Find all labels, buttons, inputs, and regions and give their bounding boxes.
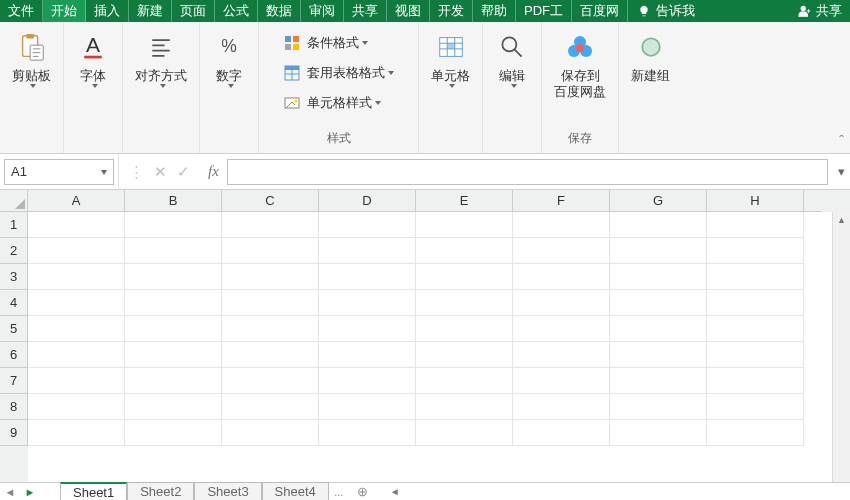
- cell[interactable]: [707, 212, 804, 238]
- row-header[interactable]: 8: [0, 394, 28, 420]
- cell[interactable]: [319, 264, 416, 290]
- align-button[interactable]: 对齐方式: [129, 26, 193, 92]
- tell-me[interactable]: 告诉我: [628, 0, 705, 22]
- cell[interactable]: [707, 316, 804, 342]
- cell[interactable]: [125, 420, 222, 446]
- cell[interactable]: [416, 238, 513, 264]
- cell[interactable]: [28, 316, 125, 342]
- font-button[interactable]: A 字体: [70, 26, 116, 92]
- cell[interactable]: [222, 342, 319, 368]
- expand-formula-button[interactable]: ▾: [832, 164, 850, 179]
- cell[interactable]: [707, 264, 804, 290]
- cell[interactable]: [707, 420, 804, 446]
- column-header[interactable]: D: [319, 190, 416, 212]
- cell[interactable]: [28, 394, 125, 420]
- cell[interactable]: [416, 212, 513, 238]
- cell[interactable]: [513, 342, 610, 368]
- row-header[interactable]: 1: [0, 212, 28, 238]
- cells-button[interactable]: 单元格: [425, 26, 476, 92]
- row-header[interactable]: 2: [0, 238, 28, 264]
- sheet-tab-2[interactable]: Sheet2: [127, 482, 194, 500]
- cell[interactable]: [513, 290, 610, 316]
- cell[interactable]: [125, 238, 222, 264]
- cell[interactable]: [222, 290, 319, 316]
- baidu-save-button[interactable]: 保存到 百度网盘: [548, 26, 612, 104]
- sheet-more[interactable]: ...: [329, 486, 349, 498]
- cell[interactable]: [610, 368, 707, 394]
- name-box[interactable]: A1: [4, 159, 114, 185]
- cell[interactable]: [222, 368, 319, 394]
- vertical-scrollbar[interactable]: ▲: [832, 212, 850, 482]
- cell[interactable]: [319, 368, 416, 394]
- cell[interactable]: [416, 368, 513, 394]
- conditional-format-button[interactable]: 条件格式: [279, 32, 372, 54]
- cell[interactable]: [222, 238, 319, 264]
- formula-input[interactable]: [227, 159, 828, 185]
- row-header[interactable]: 5: [0, 316, 28, 342]
- cell[interactable]: [28, 212, 125, 238]
- tab-file[interactable]: 文件: [0, 0, 43, 22]
- share-button[interactable]: 共享: [790, 0, 850, 22]
- cell[interactable]: [707, 290, 804, 316]
- cell[interactable]: [610, 316, 707, 342]
- cell[interactable]: [319, 316, 416, 342]
- tab-review[interactable]: 审阅: [301, 0, 344, 22]
- sheet-tab-4[interactable]: Sheet4: [262, 482, 329, 500]
- table-format-button[interactable]: 套用表格格式: [279, 62, 398, 84]
- cell[interactable]: [416, 290, 513, 316]
- cell[interactable]: [707, 238, 804, 264]
- cell[interactable]: [707, 342, 804, 368]
- cell[interactable]: [610, 212, 707, 238]
- cell[interactable]: [513, 368, 610, 394]
- cell[interactable]: [513, 316, 610, 342]
- cell[interactable]: [610, 264, 707, 290]
- tab-insert[interactable]: 插入: [86, 0, 129, 22]
- cell[interactable]: [513, 264, 610, 290]
- tab-help[interactable]: 帮助: [473, 0, 516, 22]
- cell[interactable]: [28, 368, 125, 394]
- column-header[interactable]: A: [28, 190, 125, 212]
- cell[interactable]: [125, 264, 222, 290]
- add-sheet-button[interactable]: ⊕: [349, 484, 376, 499]
- cell[interactable]: [319, 420, 416, 446]
- tab-new[interactable]: 新建: [129, 0, 172, 22]
- cell[interactable]: [319, 394, 416, 420]
- cell[interactable]: [513, 394, 610, 420]
- tab-view[interactable]: 视图: [387, 0, 430, 22]
- cell[interactable]: [707, 368, 804, 394]
- cell[interactable]: [28, 420, 125, 446]
- cells-area[interactable]: [28, 212, 832, 482]
- sheet-tab-1[interactable]: Sheet1: [60, 482, 127, 501]
- cell[interactable]: [416, 420, 513, 446]
- cell[interactable]: [513, 420, 610, 446]
- tab-data[interactable]: 数据: [258, 0, 301, 22]
- cell[interactable]: [416, 394, 513, 420]
- cell[interactable]: [416, 342, 513, 368]
- edit-button[interactable]: 编辑: [489, 26, 535, 92]
- cell[interactable]: [28, 238, 125, 264]
- scroll-up-button[interactable]: ▲: [833, 212, 850, 228]
- newgroup-button[interactable]: 新建组: [625, 26, 676, 88]
- cell[interactable]: [222, 394, 319, 420]
- sheet-tab-3[interactable]: Sheet3: [194, 482, 261, 500]
- cell[interactable]: [28, 342, 125, 368]
- column-header[interactable]: H: [707, 190, 804, 212]
- enter-icon[interactable]: ✓: [177, 163, 190, 181]
- cell[interactable]: [125, 316, 222, 342]
- fx-label[interactable]: fx: [200, 163, 227, 180]
- row-header[interactable]: 3: [0, 264, 28, 290]
- options-icon[interactable]: ⋮: [129, 163, 144, 181]
- tab-dev[interactable]: 开发: [430, 0, 473, 22]
- cell[interactable]: [28, 290, 125, 316]
- horizontal-scrollbar[interactable]: ◄: [376, 486, 850, 497]
- cell[interactable]: [610, 420, 707, 446]
- cell-style-button[interactable]: 单元格样式: [279, 92, 385, 114]
- cell[interactable]: [416, 264, 513, 290]
- cell[interactable]: [125, 368, 222, 394]
- cell[interactable]: [222, 420, 319, 446]
- cell[interactable]: [319, 342, 416, 368]
- cell[interactable]: [319, 238, 416, 264]
- collapse-ribbon-button[interactable]: ˆ: [839, 133, 844, 149]
- cell[interactable]: [416, 316, 513, 342]
- column-header[interactable]: B: [125, 190, 222, 212]
